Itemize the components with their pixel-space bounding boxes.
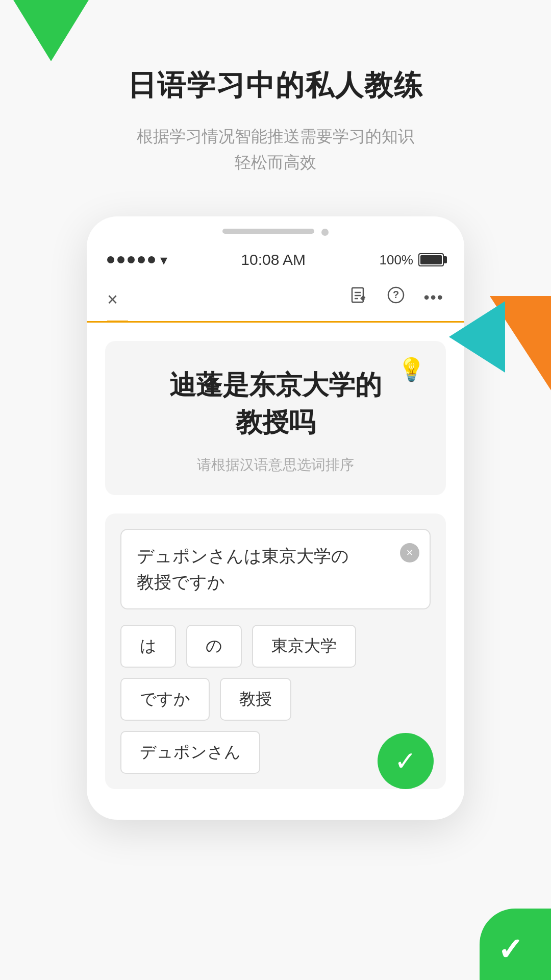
close-button[interactable]: × xyxy=(107,284,128,323)
signal-dot xyxy=(117,256,124,263)
subtitle-line1: 根据学习情况智能推送需要学习的知识 xyxy=(137,127,414,145)
signal-dot xyxy=(128,256,135,263)
app-header: × ? ••• xyxy=(87,274,464,323)
check-button-area: ✓ xyxy=(378,733,434,789)
question-hint: 请根据汉语意思选词排序 xyxy=(126,455,425,475)
signal-dot xyxy=(138,256,145,263)
word-chip[interactable]: は xyxy=(120,625,176,668)
word-chip[interactable]: 東京大学 xyxy=(252,625,356,668)
word-chip[interactable]: デュポンさん xyxy=(120,731,260,774)
svg-text:?: ? xyxy=(393,289,399,300)
battery-fill xyxy=(420,255,442,264)
more-icon[interactable]: ••• xyxy=(423,288,444,307)
question-card: 💡 迪蓬是东京大学的 教授吗 请根据汉语意思选词排序 xyxy=(105,341,446,495)
header-left: × xyxy=(107,284,128,321)
status-left: ▾ xyxy=(107,252,167,268)
wifi-icon: ▾ xyxy=(160,252,167,268)
question-line1: 迪蓬是东京大学的 xyxy=(169,370,382,400)
question-line2: 教授吗 xyxy=(236,407,315,437)
check-button[interactable]: ✓ xyxy=(378,733,434,789)
status-time: 10:08 AM xyxy=(241,251,306,268)
bottom-check-icon: ✓ xyxy=(497,932,523,967)
answer-input-box[interactable]: デュポンさんは東京大学の 教授ですか × xyxy=(120,529,431,609)
page-subtitle: 根据学习情况智能推送需要学习的知识 轻松而高效 xyxy=(0,124,551,176)
hint-bulb-icon: 💡 xyxy=(397,356,425,383)
word-chip[interactable]: 教授 xyxy=(220,678,291,721)
status-right: 100% xyxy=(379,252,444,268)
scroll-dot xyxy=(321,229,329,236)
answer-text: デュポンさんは東京大学の 教授ですか xyxy=(137,546,349,592)
answer-clear-button[interactable]: × xyxy=(400,543,419,562)
phone-mockup: ▾ 10:08 AM 100% × xyxy=(87,216,464,820)
word-chip[interactable]: ですか xyxy=(120,678,210,721)
scroll-indicator xyxy=(222,229,314,234)
word-chip[interactable]: の xyxy=(186,625,242,668)
subtitle-line2: 轻松而高效 xyxy=(235,153,316,172)
signal-dot xyxy=(148,256,155,263)
signal-dot xyxy=(107,256,114,263)
question-text: 迪蓬是东京大学的 教授吗 xyxy=(126,366,425,441)
help-icon[interactable]: ? xyxy=(387,286,405,309)
deco-bottom-right: ✓ xyxy=(480,909,551,980)
deco-triangle-top-left xyxy=(10,0,92,77)
header-right: ? ••• xyxy=(350,286,444,319)
signal-dots xyxy=(107,256,155,263)
status-bar: ▾ 10:08 AM 100% xyxy=(87,236,464,274)
deco-triangle-right xyxy=(474,296,551,398)
battery-percent: 100% xyxy=(379,252,413,268)
battery-icon xyxy=(418,253,444,266)
edit-icon[interactable] xyxy=(350,286,368,309)
